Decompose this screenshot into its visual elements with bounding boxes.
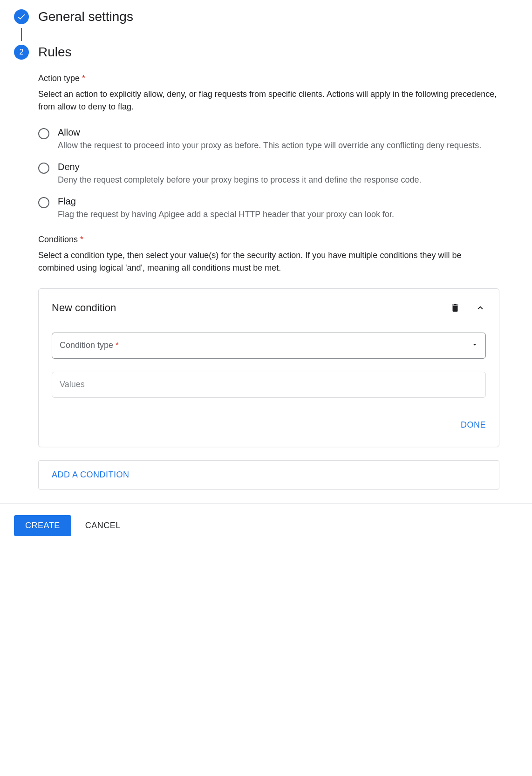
add-condition-button: ADD A CONDITION <box>52 470 130 479</box>
footer: CREATE CANCEL <box>0 504 532 547</box>
condition-type-label: Condition type <box>60 340 113 350</box>
cancel-button[interactable]: CANCEL <box>85 521 121 531</box>
step-general-header[interactable]: General settings <box>14 9 518 24</box>
values-placeholder: Values <box>60 380 85 389</box>
radio-flag[interactable]: Flag Flag the request by having Apigee a… <box>38 196 499 220</box>
radio-icon <box>38 163 49 174</box>
radio-deny-label: Deny <box>58 162 499 172</box>
step-rules-title: Rules <box>38 45 72 60</box>
condition-card: New condition Condition type * <box>38 288 499 447</box>
radio-allow[interactable]: Allow Allow the request to proceed into … <box>38 127 499 151</box>
delete-icon[interactable] <box>450 302 461 313</box>
radio-allow-label: Allow <box>58 127 499 138</box>
done-button[interactable]: DONE <box>461 416 486 434</box>
step-number-icon: 2 <box>14 45 29 60</box>
step-number: 2 <box>20 48 24 56</box>
radio-icon <box>38 197 49 208</box>
radio-deny-desc: Deny the request completely before your … <box>58 174 499 186</box>
add-condition-card[interactable]: ADD A CONDITION <box>38 460 499 490</box>
conditions-label: Conditions * <box>38 235 499 245</box>
chevron-up-icon[interactable] <box>475 302 486 313</box>
condition-type-select[interactable]: Condition type * <box>52 333 486 359</box>
radio-flag-label: Flag <box>58 196 499 207</box>
radio-flag-desc: Flag the request by having Apigee add a … <box>58 209 499 220</box>
check-icon <box>14 9 29 24</box>
required-mark: * <box>80 235 83 244</box>
caret-down-icon <box>471 341 478 350</box>
radio-icon <box>38 128 49 139</box>
required-mark: * <box>116 340 119 350</box>
step-connector <box>21 28 22 41</box>
step-general-title: General settings <box>38 9 133 24</box>
required-mark: * <box>82 74 85 83</box>
values-input[interactable]: Values <box>52 372 486 398</box>
condition-title: New condition <box>52 302 116 314</box>
step-rules-header: 2 Rules <box>14 45 518 60</box>
action-type-description: Select an action to explicitly allow, de… <box>38 88 499 113</box>
conditions-description: Select a condition type, then select you… <box>38 249 499 274</box>
action-type-label: Action type * <box>38 74 499 83</box>
radio-deny[interactable]: Deny Deny the request completely before … <box>38 162 499 186</box>
create-button[interactable]: CREATE <box>14 515 71 536</box>
radio-allow-desc: Allow the request to proceed into your p… <box>58 140 499 151</box>
